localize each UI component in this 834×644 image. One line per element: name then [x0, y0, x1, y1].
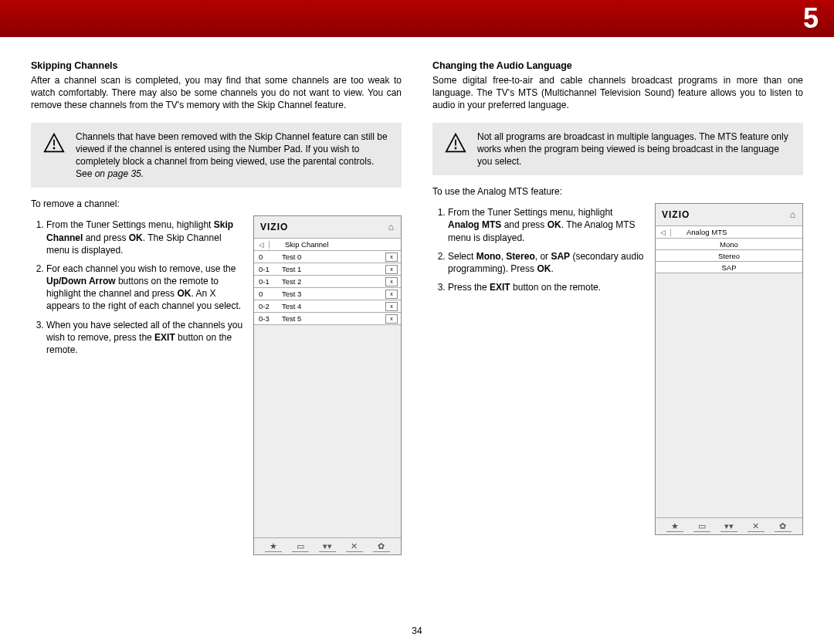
panel-title-row: ◁ Analog MTS: [656, 225, 802, 239]
star-icon: ★: [666, 521, 683, 532]
page-number: 34: [0, 625, 834, 636]
heading-skipping: Skipping Channels: [31, 60, 402, 71]
back-icon: ◁: [656, 229, 671, 236]
home-icon: ⌂: [388, 222, 395, 232]
panel-title: Skip Channel: [270, 240, 329, 249]
chevron-down-icon: ▾▾: [319, 541, 336, 552]
skip-panel-wrap: VIZIO ⌂ ◁ Skip Channel 0 Test 0 x 0-1: [253, 215, 402, 555]
step-3: Press the EXIT button on the remote.: [448, 281, 646, 293]
close-icon: ✕: [748, 521, 764, 532]
left-column: Skipping Channels After a channel scan i…: [31, 60, 402, 555]
svg-point-5: [455, 147, 457, 149]
table-row: 0 Test 0 x: [254, 251, 401, 263]
svg-point-2: [53, 147, 56, 149]
chapter-number: 5: [803, 2, 819, 35]
home-icon: ⌂: [790, 209, 796, 220]
close-icon: ✕: [346, 541, 363, 552]
panel-header: VIZIO ⌂: [656, 204, 802, 225]
panel-header: VIZIO ⌂: [254, 216, 401, 238]
chevron-down-icon: ▾▾: [720, 521, 737, 532]
screen-icon: ▭: [292, 541, 309, 552]
table-row: 0-1 Test 1 x: [254, 263, 401, 276]
table-row: 0-3 Test 5 x: [254, 313, 401, 325]
gear-icon: ✿: [373, 541, 390, 552]
intro-audio: Some digital free-to-air and cable chann…: [432, 74, 803, 112]
page-content: Skipping Channels After a channel scan i…: [0, 37, 834, 555]
gear-icon: ✿: [775, 521, 792, 532]
step-3: When you have selected all of the channe…: [46, 319, 244, 357]
table-row: 0-2 Test 4 x: [254, 300, 401, 313]
step-2: For each channel you wish to remove, use…: [46, 263, 244, 313]
steps-left: From the Tuner Settings menu, highlight …: [31, 215, 244, 555]
warning-icon: [445, 132, 466, 154]
step-1: From the Tuner Settings menu, highlight …: [46, 219, 244, 256]
table-row: 0 Test 3 x: [254, 288, 401, 300]
heading-audio: Changing the Audio Language: [432, 60, 803, 71]
lead-mts: To use the Analog MTS feature:: [432, 186, 803, 197]
list-item: Mono: [656, 239, 802, 250]
checkbox-icon: x: [385, 314, 398, 324]
checkbox-icon: x: [385, 302, 398, 311]
skip-channel-panel: VIZIO ⌂ ◁ Skip Channel 0 Test 0 x 0-1: [253, 215, 402, 555]
screen-icon: ▭: [693, 521, 710, 532]
panel-footer: ★ ▭ ▾▾ ✕ ✿: [656, 517, 802, 534]
step-1: From the Tuner Settings menu, highlight …: [448, 206, 646, 244]
right-column: Changing the Audio Language Some digital…: [432, 60, 803, 555]
infobox-mts: Not all programs are broadcast in multip…: [432, 123, 803, 176]
checkbox-icon: x: [385, 265, 398, 274]
split-left: From the Tuner Settings menu, highlight …: [31, 215, 402, 555]
mts-panel-wrap: VIZIO ⌂ ◁ Analog MTS Mono Stereo SAP ★ ▭…: [655, 203, 803, 535]
panel-title-row: ◁ Skip Channel: [254, 238, 401, 251]
brand-logo: VIZIO: [662, 209, 690, 220]
table-row: 0-1 Test 2 x: [254, 276, 401, 288]
split-right: From the Tuner Settings menu, highlight …: [432, 203, 803, 535]
checkbox-icon: x: [385, 253, 398, 262]
infobox-text: Channels that have been removed with the…: [76, 130, 389, 181]
checkbox-icon: x: [385, 277, 398, 286]
checkbox-icon: x: [385, 290, 398, 299]
infobox-skip: Channels that have been removed with the…: [31, 123, 402, 188]
analog-mts-panel: VIZIO ⌂ ◁ Analog MTS Mono Stereo SAP ★ ▭…: [655, 203, 803, 535]
back-icon: ◁: [254, 241, 270, 249]
warning-icon: [43, 132, 65, 154]
header-bar: 5: [0, 0, 834, 37]
list-item: SAP: [656, 262, 802, 273]
brand-logo: VIZIO: [260, 222, 288, 232]
intro-skipping: After a channel scan is completed, you m…: [31, 74, 402, 112]
lead-remove: To remove a channel:: [31, 198, 402, 209]
steps-right: From the Tuner Settings menu, highlight …: [432, 203, 646, 535]
list-item: Stereo: [656, 250, 802, 262]
panel-footer: ★ ▭ ▾▾ ✕ ✿: [254, 537, 401, 554]
step-2: Select Mono, Stereo, or SAP (secondary a…: [448, 250, 646, 275]
infobox-text: Not all programs are broadcast in multip…: [477, 130, 791, 168]
panel-title: Analog MTS: [671, 228, 727, 236]
star-icon: ★: [265, 541, 282, 552]
